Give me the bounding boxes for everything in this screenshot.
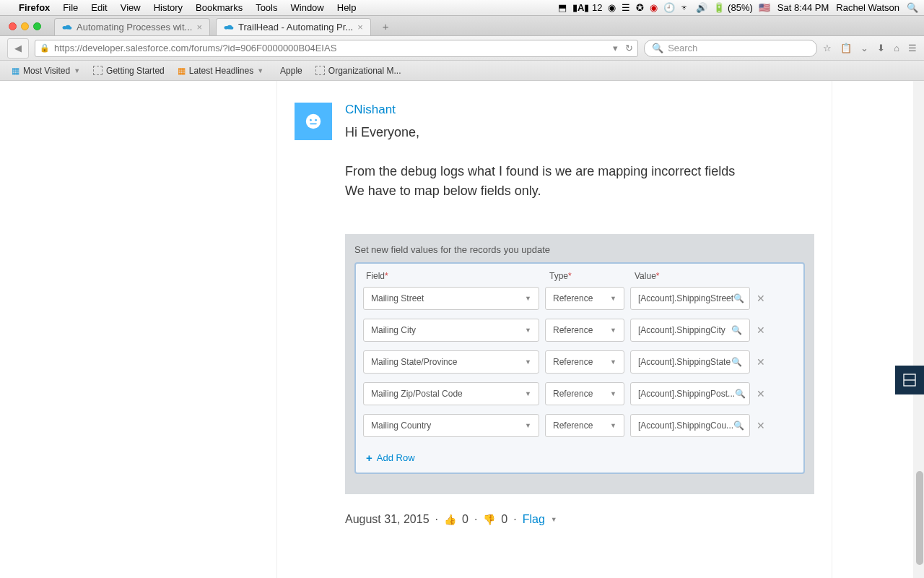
value-lookup[interactable]: [Account].ShippingPost...🔍 xyxy=(630,382,750,405)
zoom-window-button[interactable] xyxy=(33,22,41,30)
reload-icon[interactable]: ↻ xyxy=(625,43,633,53)
feedback-widget[interactable] xyxy=(895,366,924,394)
bookmark-org[interactable]: Organizational M... xyxy=(315,66,401,76)
dropdown-icon[interactable]: ▾ xyxy=(613,43,618,53)
post-meta: August 31, 2015· 👍0· 👎0· Flag ▼ xyxy=(277,494,832,526)
status-icon-4[interactable]: ◉ xyxy=(650,2,658,13)
post-author[interactable]: CNishant xyxy=(345,103,814,117)
browser-tabbar: Automating Processes wit... × TrailHead … xyxy=(0,16,924,36)
flag-link[interactable]: Flag xyxy=(523,513,545,526)
type-select[interactable]: Reference▼ xyxy=(545,287,624,310)
field-select[interactable]: Mailing Country▼ xyxy=(363,414,539,437)
menu-history[interactable]: History xyxy=(154,2,183,13)
tab-1[interactable]: Automating Processes wit... × xyxy=(54,18,210,35)
bookmark-apple[interactable]: Apple xyxy=(276,66,302,76)
field-select[interactable]: Mailing Street▼ xyxy=(363,287,539,310)
home-icon[interactable]: ⌂ xyxy=(894,43,899,53)
field-row: Mailing State/Province▼Reference▼[Accoun… xyxy=(363,350,796,374)
thumbs-down-button[interactable]: 👎 xyxy=(483,514,495,525)
type-select[interactable]: Reference▼ xyxy=(545,350,624,374)
back-button[interactable]: ◀ xyxy=(7,38,29,59)
menu-bookmarks[interactable]: Bookmarks xyxy=(196,2,243,13)
new-tab-button[interactable]: + xyxy=(377,17,395,35)
status-icon-1[interactable]: ◉ xyxy=(608,2,616,13)
value-lookup[interactable]: [Account].ShippingState🔍 xyxy=(630,350,750,374)
clock-icon[interactable]: 🕘 xyxy=(663,2,675,13)
status-icon-3[interactable]: ✪ xyxy=(636,2,644,13)
chevron-down-icon: ▼ xyxy=(610,295,616,302)
remove-row-button[interactable]: ✕ xyxy=(756,388,766,400)
remove-row-button[interactable]: ✕ xyxy=(756,293,766,304)
field-select[interactable]: Mailing Zip/Postal Code▼ xyxy=(363,382,539,405)
browser-navbar: ◀ 🔒 https://developer.salesforce.com/for… xyxy=(0,36,924,61)
chevron-down-icon: ▼ xyxy=(610,390,616,397)
value-lookup[interactable]: [Account].ShippingCou...🔍 xyxy=(630,414,750,437)
bookmarks-toolbar: ▦Most Visited▼ Getting Started ▦Latest H… xyxy=(0,61,924,81)
chevron-down-icon: ▼ xyxy=(525,295,531,302)
menu-file[interactable]: File xyxy=(63,2,78,13)
app-name[interactable]: Firefox xyxy=(19,2,50,13)
bookmark-latest-headlines[interactable]: ▦Latest Headlines▼ xyxy=(178,66,263,76)
bookmark-star-icon[interactable]: ☆ xyxy=(823,43,832,53)
field-select[interactable]: Mailing City▼ xyxy=(363,319,539,342)
dropbox-icon[interactable]: ⬒ xyxy=(558,2,567,13)
tab-2[interactable]: TrailHead - Automating Pr... × xyxy=(216,18,371,35)
tab-close-icon[interactable]: × xyxy=(357,22,363,33)
chevron-down-icon: ▼ xyxy=(525,422,531,429)
spotlight-icon[interactable]: 🔍 xyxy=(907,2,918,13)
search-icon: 🔍 xyxy=(731,357,742,367)
menubar-user[interactable]: Rachel Watson xyxy=(836,2,899,13)
field-select[interactable]: Mailing State/Province▼ xyxy=(363,350,539,374)
salesforce-icon xyxy=(224,24,234,31)
scrollbar-thumb[interactable] xyxy=(916,471,923,565)
adobe-icon[interactable]: ▮A▮ 12 xyxy=(572,2,602,13)
editor-title: Set new field values for the records you… xyxy=(354,244,805,255)
salesforce-icon xyxy=(62,24,72,31)
menu-edit[interactable]: Edit xyxy=(91,2,107,13)
window-controls xyxy=(9,22,41,30)
add-row-button[interactable]: + Add Row xyxy=(356,446,803,473)
bookmark-getting-started[interactable]: Getting Started xyxy=(93,66,165,76)
thumbs-up-button[interactable]: 👍 xyxy=(444,514,456,525)
type-select[interactable]: Reference▼ xyxy=(545,414,624,437)
search-bar[interactable]: 🔍 Search xyxy=(644,40,817,57)
value-lookup[interactable]: [Account].ShippingCity🔍 xyxy=(630,319,750,342)
remove-row-button[interactable]: ✕ xyxy=(756,324,766,336)
type-select[interactable]: Reference▼ xyxy=(545,319,624,342)
menu-window[interactable]: Window xyxy=(291,2,324,13)
menu-icon[interactable]: ☰ xyxy=(908,43,917,53)
svg-rect-11 xyxy=(310,123,317,124)
post-date: August 31, 2015 xyxy=(345,513,430,526)
page-content: CNishant Hi Everyone, From the debug log… xyxy=(0,81,924,578)
scrollbar-track[interactable] xyxy=(913,81,924,578)
post-line-2: From the debug logs what I found is we a… xyxy=(345,162,814,181)
wifi-icon[interactable]: ᯤ xyxy=(681,2,690,13)
remove-row-button[interactable]: ✕ xyxy=(756,420,766,431)
status-icon-2[interactable]: ☰ xyxy=(622,2,630,13)
menu-help[interactable]: Help xyxy=(337,2,357,13)
value-lookup[interactable]: [Account].ShippingStreet🔍 xyxy=(630,287,750,310)
tab-close-icon[interactable]: × xyxy=(196,22,202,33)
clipboard-icon[interactable]: 📋 xyxy=(840,43,852,53)
menubar-clock[interactable]: Sat 8:44 PM xyxy=(777,2,829,13)
remove-row-button[interactable]: ✕ xyxy=(756,356,766,368)
close-window-button[interactable] xyxy=(9,22,17,30)
url-bar[interactable]: 🔒 https://developer.salesforce.com/forum… xyxy=(35,40,638,57)
svg-point-8 xyxy=(306,114,321,129)
field-row: Mailing Street▼Reference▼[Account].Shipp… xyxy=(363,287,796,310)
search-icon: 🔍 xyxy=(731,325,742,335)
volume-icon[interactable]: 🔊 xyxy=(696,2,707,13)
downloads-icon[interactable]: ⬇ xyxy=(877,43,885,53)
bookmark-most-visited[interactable]: ▦Most Visited▼ xyxy=(12,66,80,76)
flag-icon[interactable]: 🇺🇸 xyxy=(759,2,770,13)
chevron-down-icon: ▼ xyxy=(525,327,531,334)
minimize-window-button[interactable] xyxy=(21,22,29,30)
menu-tools[interactable]: Tools xyxy=(256,2,277,13)
chevron-down-icon[interactable]: ▼ xyxy=(551,516,557,523)
chevron-down-icon: ▼ xyxy=(610,422,616,429)
macos-menubar: Firefox File Edit View History Bookmarks… xyxy=(0,0,924,16)
menu-view[interactable]: View xyxy=(121,2,141,13)
type-select[interactable]: Reference▼ xyxy=(545,382,624,405)
pocket-icon[interactable]: ⌄ xyxy=(860,43,868,53)
battery-icon[interactable]: 🔋 (85%) xyxy=(713,2,752,13)
